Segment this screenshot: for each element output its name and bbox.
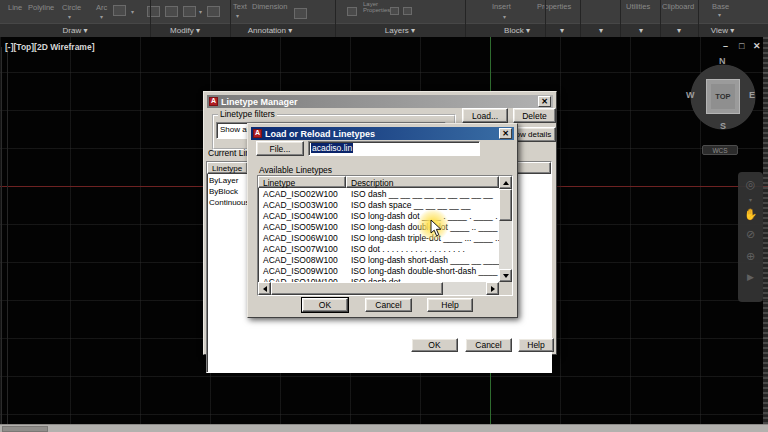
- viewcube-south[interactable]: S: [720, 121, 726, 131]
- erase-tool-icon[interactable]: [147, 6, 160, 17]
- description-column-header[interactable]: Description: [346, 176, 499, 188]
- restore-icon[interactable]: □: [739, 42, 744, 51]
- block-panel-label[interactable]: Block ▾: [492, 26, 542, 35]
- autocad-dialog-icon: [209, 97, 218, 106]
- linetype-name: ACAD_ISO06W100: [263, 233, 338, 243]
- scroll-right-icon[interactable]: [486, 282, 499, 295]
- linetype-row[interactable]: ACAD_ISO05W100ISO long-dash double-dot _…: [259, 222, 499, 233]
- pan-hand-icon[interactable]: ✋: [738, 208, 763, 221]
- file-name-value: acadiso.lin: [311, 143, 353, 153]
- base-button[interactable]: Base: [712, 2, 729, 11]
- insert-block-button[interactable]: Insert: [492, 2, 511, 11]
- modify-dropdown-icon[interactable]: ▾: [199, 8, 202, 15]
- rectangle-dropdown-icon[interactable]: ▾: [131, 8, 134, 15]
- rectangle-tool-icon[interactable]: [113, 5, 126, 16]
- linetype-name: ACAD_ISO05W100: [263, 222, 338, 232]
- linetype-manager-titlebar[interactable]: Linetype Manager ✕: [207, 95, 553, 108]
- close-icon[interactable]: ✕: [753, 42, 761, 51]
- layer-isolate-icon[interactable]: [390, 7, 399, 15]
- circle-dropdown-icon[interactable]: ▾: [68, 13, 71, 20]
- vertical-scroll-thumb[interactable]: [499, 189, 512, 221]
- viewport-controls-label[interactable]: [-][Top][2D Wireframe]: [5, 42, 94, 52]
- linetype-name: ACAD_ISO03W100: [263, 200, 338, 210]
- viewcube-north[interactable]: N: [719, 56, 726, 66]
- arc-tool-button[interactable]: Arc: [96, 3, 107, 12]
- modify-panel-label[interactable]: Modify ▾: [160, 26, 210, 35]
- list-item[interactable]: ByLayer: [209, 176, 238, 185]
- minimize-icon[interactable]: –: [723, 42, 728, 51]
- linetype-row[interactable]: ACAD_ISO02W100ISO dash __ __ __ __ __ __…: [259, 189, 499, 200]
- file-name-field[interactable]: acadiso.lin: [308, 141, 480, 156]
- file-button[interactable]: File...: [256, 141, 304, 156]
- copy-tool-icon[interactable]: [165, 6, 178, 17]
- layer-freeze-icon[interactable]: [403, 7, 412, 15]
- layer-state-icon[interactable]: [347, 7, 357, 16]
- insert-dropdown-icon[interactable]: ▾: [503, 13, 506, 20]
- viewcube-west[interactable]: W: [686, 90, 695, 100]
- ribbon: Line Polyline Circle ▾ Arc ▾ ▾ ▾ Text ▾ …: [0, 0, 768, 37]
- horizontal-scroll-thumb[interactable]: [271, 282, 443, 295]
- linetype-row[interactable]: ACAD_ISO09W100ISO long-dash double-short…: [259, 266, 499, 277]
- load-dialog-titlebar[interactable]: Load or Reload Linetypes ✕: [251, 127, 514, 140]
- help-button[interactable]: Help: [427, 298, 473, 312]
- stretch-tool-icon[interactable]: [183, 6, 196, 17]
- utilities-panel-expand-icon[interactable]: ▾: [635, 26, 647, 35]
- list-item[interactable]: Continuous: [209, 198, 249, 207]
- circle-tool-button[interactable]: Circle: [62, 3, 81, 12]
- fillet-tool-icon[interactable]: [207, 6, 220, 17]
- layers-panel-label[interactable]: Layers ▾: [375, 26, 425, 35]
- orbit-icon[interactable]: ⊕: [738, 250, 763, 263]
- layer-properties-button[interactable]: Layer Properties: [363, 1, 390, 13]
- cancel-button[interactable]: Cancel: [465, 338, 512, 352]
- dimension-tool-button[interactable]: Dimension: [252, 2, 287, 11]
- linetype-desc: ISO long-dash short-dash ____ __ ____ __: [351, 255, 499, 265]
- viewport-border: [1, 47, 2, 424]
- viewcube-top-face[interactable]: TOP: [706, 79, 740, 114]
- cancel-button[interactable]: Cancel: [365, 298, 412, 312]
- scroll-left-icon[interactable]: [258, 282, 271, 295]
- linetype-desc: ISO long-dash triple-dot ____ ... ____ .…: [351, 233, 499, 243]
- delete-button[interactable]: Delete: [513, 108, 556, 123]
- close-button[interactable]: ✕: [499, 128, 512, 139]
- linetype-row[interactable]: ACAD_ISO08W100ISO long-dash short-dash _…: [259, 255, 499, 266]
- showmotion-icon[interactable]: ▶: [738, 272, 763, 282]
- wcs-menu[interactable]: WCS: [702, 145, 738, 155]
- properties-panel-expand-icon[interactable]: ▾: [556, 26, 568, 35]
- line-tool-button[interactable]: Line: [8, 3, 22, 12]
- base-dropdown-icon[interactable]: ▾: [718, 11, 721, 18]
- mouse-cursor: [430, 219, 443, 238]
- view-panel-label[interactable]: View ▾: [700, 26, 745, 35]
- bottom-bar-button[interactable]: [2, 426, 48, 432]
- linetype-column-header[interactable]: Linetype: [258, 176, 346, 188]
- draw-panel-label[interactable]: Draw ▾: [50, 26, 100, 35]
- linetype-row[interactable]: ACAD_ISO07W100ISO dot . . . . . . . . . …: [259, 244, 499, 255]
- table-tool-icon[interactable]: [294, 8, 307, 19]
- navbar-dropdown-icon[interactable]: ▾: [738, 196, 763, 203]
- close-button[interactable]: ✕: [538, 96, 551, 107]
- steering-wheel-icon[interactable]: ◎: [738, 178, 763, 191]
- scroll-up-icon[interactable]: [499, 176, 512, 189]
- clipboard-panel-expand-icon[interactable]: ▾: [673, 26, 685, 35]
- text-dropdown-icon[interactable]: ▾: [236, 12, 239, 19]
- polyline-tool-button[interactable]: Polyline: [28, 3, 54, 12]
- text-tool-button[interactable]: Text: [233, 2, 247, 11]
- linetype-name: ACAD_ISO08W100: [263, 255, 338, 265]
- panel-separator: [620, 0, 621, 37]
- scroll-down-icon[interactable]: [499, 269, 512, 282]
- linetype-row[interactable]: ACAD_ISO03W100ISO dash space __ __ __ __…: [259, 200, 499, 211]
- list-item[interactable]: ByBlock: [209, 187, 238, 196]
- help-button[interactable]: Help: [518, 338, 554, 352]
- zoom-icon[interactable]: ⊘: [738, 228, 763, 241]
- linetype-column-header[interactable]: Linetype: [207, 162, 248, 174]
- linetype-name: ACAD_ISO04W100: [263, 211, 338, 221]
- arc-dropdown-icon[interactable]: ▾: [100, 13, 103, 20]
- panel-separator: [545, 0, 546, 37]
- groups-panel-expand-icon[interactable]: ▾: [595, 26, 607, 35]
- load-button[interactable]: Load...: [462, 108, 508, 123]
- linetype-row[interactable]: ACAD_ISO06W100ISO long-dash triple-dot _…: [259, 233, 499, 244]
- viewcube-east[interactable]: E: [749, 90, 755, 100]
- ok-button[interactable]: OK: [411, 338, 458, 352]
- ok-button[interactable]: OK: [302, 298, 348, 312]
- linetype-row[interactable]: ACAD_ISO04W100ISO long-dash dot ____ . _…: [259, 211, 499, 222]
- annotation-panel-label[interactable]: Annotation ▾: [240, 26, 300, 35]
